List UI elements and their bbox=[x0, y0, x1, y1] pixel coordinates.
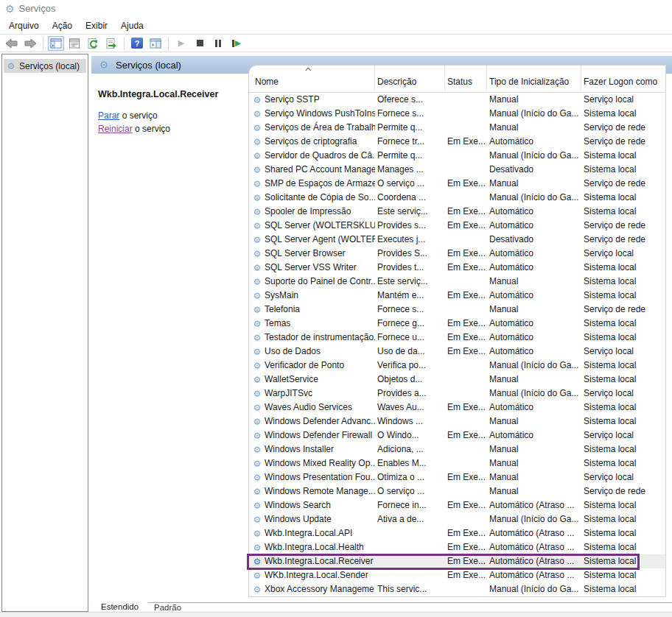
table-row[interactable]: ⚙Waves Audio Services Waves Au... Em Exe… bbox=[249, 401, 665, 415]
service-description: Mantém e... bbox=[375, 289, 445, 303]
service-startup-type: Manual bbox=[487, 443, 581, 456]
table-row[interactable]: ⚙Wkb.Integra.Local.Health Em Exe... Auto… bbox=[249, 540, 665, 554]
service-status: Em Exe... bbox=[445, 526, 487, 540]
column-header-nome[interactable]: Nome bbox=[249, 66, 375, 92]
column-header-status[interactable]: Status bbox=[445, 66, 487, 92]
table-row[interactable]: ⚙Testador de instrumentação... Fornece u… bbox=[249, 331, 665, 345]
service-name: SQL Server VSS Writer bbox=[265, 261, 357, 275]
service-gear-icon: ⚙ bbox=[252, 445, 262, 454]
service-gear-icon: ⚙ bbox=[252, 292, 262, 300]
service-description bbox=[375, 568, 445, 582]
service-description: Fornece s... bbox=[375, 303, 445, 317]
service-name: Wkb.Integra.Local.Health bbox=[265, 540, 364, 554]
service-description bbox=[375, 526, 445, 540]
column-header-tipo-inicializacao[interactable]: Tipo de Inicialização bbox=[487, 66, 581, 92]
back-button[interactable] bbox=[4, 36, 20, 51]
table-row[interactable]: ⚙Solicitante de Cópia de So... Coordena … bbox=[249, 191, 665, 205]
start-service-button[interactable]: ▶ bbox=[173, 36, 189, 51]
service-description: O serviço ... bbox=[375, 177, 445, 191]
table-row[interactable]: ⚙SysMain Mantém e... Em Exe... Automátic… bbox=[249, 289, 665, 303]
table-row[interactable]: ⚙Windows Defender Advanc... Windows ... … bbox=[249, 415, 665, 429]
restart-service-link[interactable]: Reiniciar bbox=[98, 124, 133, 134]
service-logon-as: Serviço de rede bbox=[581, 135, 665, 149]
table-row[interactable]: ⚙Wkb.Integra.Local.API Em Exe... Automát… bbox=[249, 526, 665, 540]
table-row[interactable]: ⚙Serviço SSTP Oferece s... Manual Serviç… bbox=[249, 93, 665, 107]
service-name: Wkb.Integra.Local.Receiver bbox=[265, 554, 373, 568]
service-name: Windows Remote Manage... bbox=[265, 484, 375, 498]
pause-service-button[interactable] bbox=[210, 36, 226, 51]
refresh-button[interactable] bbox=[85, 36, 101, 51]
service-gear-icon: ⚙ bbox=[252, 376, 262, 384]
service-description: Verifica po... bbox=[375, 359, 445, 373]
stop-service-suffix: o serviço bbox=[119, 110, 157, 121]
service-status bbox=[445, 93, 487, 107]
table-row[interactable]: ⚙Windows Presentation Fou... Otimiza o .… bbox=[249, 470, 665, 484]
service-name: Windows Defender Firewall bbox=[265, 429, 372, 443]
table-row[interactable]: ⚙WarpJITSvc Provides a... Manual (Início… bbox=[249, 387, 665, 401]
show-action-pane-button[interactable] bbox=[147, 36, 164, 51]
table-row[interactable]: ⚙SQL Server VSS Writer Provides t... Em … bbox=[249, 261, 665, 275]
table-row[interactable]: ⚙WKb.Integra.Local.Sender Em Exe... Auto… bbox=[249, 568, 665, 582]
menu-exibir[interactable]: Exibir bbox=[79, 19, 114, 32]
table-row[interactable]: ⚙Serviços de Área de Trabalh... Permite … bbox=[249, 121, 665, 135]
properties-button[interactable] bbox=[66, 36, 83, 51]
service-gear-icon: ⚙ bbox=[252, 501, 262, 510]
table-row[interactable]: ⚙Spooler de Impressão Este serviç... Em … bbox=[249, 205, 665, 219]
help-button[interactable]: ? bbox=[129, 36, 145, 51]
table-row[interactable]: ⚙Suporte do Painel de Contr... Este serv… bbox=[249, 275, 665, 289]
column-header-fazer-logon-como[interactable]: Fazer Logon como bbox=[581, 66, 665, 92]
menu-acao[interactable]: Ação bbox=[46, 19, 79, 32]
tree-item-servicos-local[interactable]: ⚙ Serviços (local) bbox=[4, 59, 86, 73]
service-logon-as: Sistema local bbox=[581, 568, 665, 582]
table-row[interactable]: ⚙SQL Server Browser Provides S... Em Exe… bbox=[249, 247, 665, 261]
service-status: Em Exe... bbox=[445, 345, 487, 359]
service-status: Em Exe... bbox=[445, 205, 487, 219]
table-row[interactable]: ⚙Windows Search Fornece in... Em Exe... … bbox=[249, 498, 665, 512]
service-description: Coordena ... bbox=[375, 191, 445, 205]
service-name: Spooler de Impressão bbox=[265, 205, 351, 219]
table-row[interactable]: ⚙Temas Fornece g... Em Exe... Automático… bbox=[249, 317, 665, 331]
table-row[interactable]: ⚙SQL Server Agent (WOLTER... Executes j.… bbox=[249, 233, 665, 247]
service-status: Em Exe... bbox=[445, 289, 487, 303]
table-row[interactable]: ⚙Shared PC Account Manager Manages ... D… bbox=[249, 163, 665, 177]
restart-icon: ▶ bbox=[232, 39, 241, 47]
table-row[interactable]: ⚙SMP de Espaços de Armaze... O serviço .… bbox=[249, 177, 665, 191]
table-row[interactable]: ⚙WalletService Objetos d... Manual Siste… bbox=[249, 373, 665, 387]
table-row[interactable]: ⚙Uso de Dados Uso de da... Em Exe... Aut… bbox=[249, 345, 665, 359]
table-row[interactable]: ⚙Servidor de Quadros de Câ... Permite q.… bbox=[249, 149, 665, 163]
service-name: Serviço Windows PushToIns... bbox=[265, 107, 375, 121]
menu-arquivo[interactable]: Arquivo bbox=[2, 19, 46, 32]
forward-button[interactable] bbox=[22, 36, 38, 51]
table-row[interactable]: ⚙Windows Defender Firewall O Windo... Em… bbox=[249, 429, 665, 443]
table-row[interactable]: ⚙Windows Remote Manage... O serviço ... … bbox=[249, 484, 665, 498]
service-name: Serviços de Área de Trabalh... bbox=[265, 121, 375, 135]
window-title: Serviços bbox=[19, 3, 56, 14]
table-row[interactable]: ⚙Windows Update Ativa a de... Manual (In… bbox=[249, 512, 665, 526]
table-body: ⚙Serviço SSTP Oferece s... Manual Serviç… bbox=[249, 93, 665, 596]
service-status bbox=[445, 191, 487, 205]
table-row[interactable]: ⚙Windows Installer Adiciona, ... Manual … bbox=[249, 443, 665, 456]
export-list-button[interactable] bbox=[103, 36, 119, 51]
table-row[interactable]: ⚙Serviços de criptografia Fornece tr... … bbox=[249, 135, 665, 149]
table-row[interactable]: ⚙Telefonia Fornece s... Manual Serviço d… bbox=[249, 303, 665, 317]
service-name: Uso de Dados bbox=[265, 345, 321, 359]
show-console-tree-button[interactable] bbox=[48, 36, 64, 51]
menu-bar: Arquivo Ação Exibir Ajuda bbox=[0, 17, 672, 35]
menu-ajuda[interactable]: Ajuda bbox=[114, 19, 150, 32]
service-logon-as: Sistema local bbox=[581, 317, 665, 331]
service-logon-as: Sistema local bbox=[581, 289, 665, 303]
column-header-descricao[interactable]: Descrição bbox=[375, 66, 445, 92]
restart-service-button[interactable]: ▶ bbox=[228, 36, 245, 51]
table-row[interactable]: ⚙Windows Mixed Reality Op... Enables M..… bbox=[249, 456, 665, 470]
stop-service-button[interactable] bbox=[192, 36, 208, 51]
table-row[interactable]: ⚙Xbox Accessory Manageme... This servic.… bbox=[249, 582, 665, 596]
table-row[interactable]: ⚙Serviço Windows PushToIns... Fornece s.… bbox=[249, 107, 665, 121]
service-startup-type: Manual bbox=[487, 415, 581, 429]
service-name: SysMain bbox=[265, 289, 298, 303]
table-row[interactable]: ⚙Wkb.Integra.Local.Receiver Em Exe... Au… bbox=[249, 554, 665, 568]
service-startup-type: Manual (Início do Ga... bbox=[487, 149, 581, 163]
service-logon-as: Sistema local bbox=[581, 261, 665, 275]
table-row[interactable]: ⚙Verificador de Ponto Verifica po... Man… bbox=[249, 359, 665, 373]
stop-service-link[interactable]: Parar bbox=[98, 110, 119, 121]
table-row[interactable]: ⚙SQL Server (WOLTERSKLUW... Provides s..… bbox=[249, 219, 665, 233]
